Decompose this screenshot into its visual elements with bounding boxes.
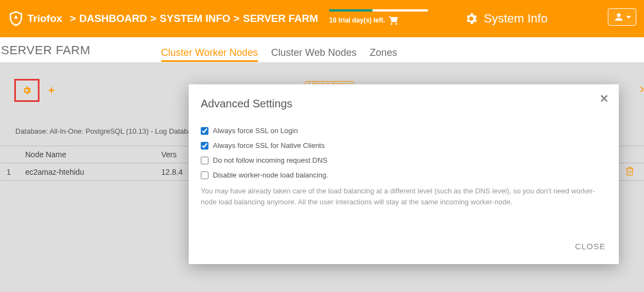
toolbar: + <box>14 79 55 102</box>
system-info-link[interactable]: System Info <box>464 12 547 26</box>
close-button[interactable]: CLOSE <box>574 238 607 254</box>
system-info-label: System Info <box>484 12 547 26</box>
checkbox-force-ssl-login[interactable] <box>201 127 208 135</box>
checkbox-force-ssl-native[interactable] <box>201 142 208 150</box>
database-info: Database: All-In-One: PostgreSQL (10.13)… <box>15 127 201 135</box>
col-node-name: Node Name <box>25 150 161 159</box>
brand-name: Triofox <box>27 13 62 25</box>
row-index: 1 <box>1 168 25 176</box>
advanced-settings-modal: Advanced Settings ✕ Always force SSL on … <box>189 84 619 264</box>
modal-close-button[interactable]: ✕ <box>600 92 609 105</box>
label-no-follow-dns: Do not follow incoming request DNS <box>213 156 327 164</box>
chevron-down-icon <box>626 16 631 19</box>
breadcrumb-dashboard[interactable]: DASHBOARD <box>79 13 147 25</box>
breadcrumb-systeminfo[interactable]: SYSTEM INFO <box>160 13 230 25</box>
checkbox-no-follow-dns[interactable] <box>201 157 208 164</box>
sub-header: SERVER FARM Cluster Worker Nodes Cluster… <box>0 37 644 62</box>
row-node-name: ec2amaz-htehidu <box>25 168 161 176</box>
modal-footer: CLOSE <box>201 238 607 254</box>
modal-title: Advanced Settings <box>201 98 292 110</box>
user-icon <box>613 12 624 22</box>
shield-logo-icon <box>8 10 24 27</box>
content-area: + 1 Worker Node(s) › Database: All-In-On… <box>0 62 644 292</box>
breadcrumb-sep: > <box>150 13 156 25</box>
advanced-settings-button[interactable] <box>14 79 39 102</box>
tab-cluster-web-nodes[interactable]: Cluster Web Nodes <box>271 47 357 62</box>
cart-icon[interactable] <box>388 15 399 26</box>
label-disable-load-balancing: Disable worker-node load balancing. <box>213 171 328 179</box>
gear-icon <box>22 85 32 95</box>
chevron-right-icon: › <box>640 81 644 96</box>
page-title: SERVER FARM <box>1 43 91 62</box>
tab-cluster-worker-nodes[interactable]: Cluster Worker Nodes <box>161 47 258 62</box>
modal-options: Always force SSL on Login Always force S… <box>201 127 607 208</box>
gear-icon <box>464 12 478 26</box>
tab-bar: Cluster Worker Nodes Cluster Web Nodes Z… <box>161 47 398 62</box>
label-force-ssl-login: Always force SSL on Login <box>213 127 298 135</box>
tab-zones[interactable]: Zones <box>370 47 397 62</box>
breadcrumb-serverfarm[interactable]: SERVER FARM <box>243 13 318 25</box>
add-node-button[interactable]: + <box>48 84 55 97</box>
trash-icon[interactable] <box>624 165 635 176</box>
breadcrumb-sep: > <box>70 13 76 25</box>
trial-progress-bar <box>329 9 428 12</box>
top-bar: Triofox > DASHBOARD > SYSTEM INFO > SERV… <box>0 0 644 37</box>
trial-days-text: 16 trial day(s) left. <box>329 16 385 24</box>
checkbox-disable-load-balancing[interactable] <box>201 171 208 179</box>
breadcrumb-sep: > <box>234 13 240 25</box>
user-menu-button[interactable] <box>608 8 636 26</box>
label-force-ssl-native: Always force SSL for Native Clients <box>213 141 325 150</box>
trial-status: 16 trial day(s) left. <box>329 9 428 26</box>
logo-wrap: Triofox <box>8 10 62 27</box>
help-text: You may have already taken care of the l… <box>201 186 607 208</box>
